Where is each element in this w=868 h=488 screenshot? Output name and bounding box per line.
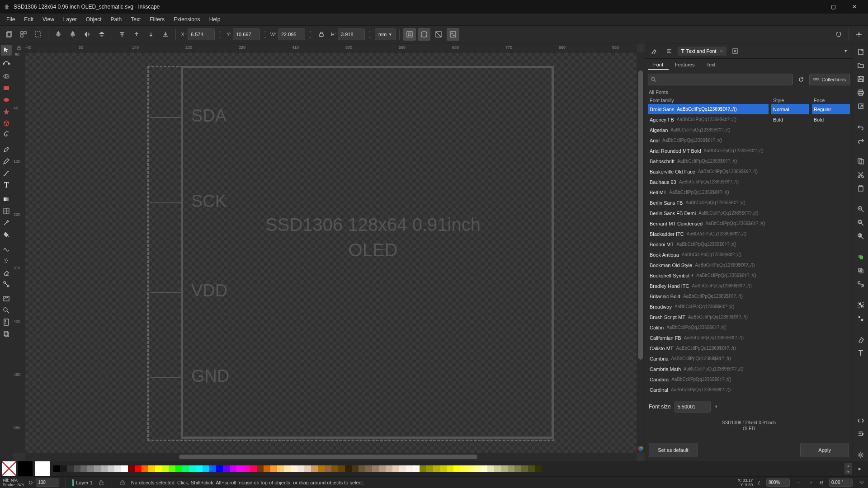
none-swatch[interactable] xyxy=(2,461,16,476)
color-swatch[interactable] xyxy=(223,465,230,472)
star-tool-icon[interactable] xyxy=(1,106,12,117)
connector-tool-icon[interactable] xyxy=(1,279,12,290)
x-input[interactable] xyxy=(188,28,215,40)
font-row[interactable]: Bookshelf Symbol 7AaBbCcIiPpQq12369$€¢?.… xyxy=(648,270,769,281)
font-row[interactable]: Californian FBAaBbCcIiPpQq12369$€¢?.;/() xyxy=(648,333,769,343)
layer-visibility-icon[interactable] xyxy=(72,479,74,486)
color-swatch[interactable] xyxy=(114,465,121,472)
h-plus[interactable]: + xyxy=(367,29,373,34)
dock-copy-icon[interactable] xyxy=(855,155,867,167)
dock-open-icon[interactable] xyxy=(855,60,867,71)
style-row[interactable]: Bold xyxy=(771,114,809,125)
color-swatch[interactable] xyxy=(460,465,467,472)
minimize-button[interactable]: ─ xyxy=(802,0,823,14)
y-minus[interactable]: − xyxy=(262,34,268,40)
color-swatch[interactable] xyxy=(203,465,209,472)
canvas[interactable]: SDA SCK VDD GND SSD1306 128x64 0.91inchO… xyxy=(25,52,637,453)
color-swatch[interactable] xyxy=(80,465,87,472)
menu-layer[interactable]: Layer xyxy=(59,14,81,24)
color-swatch[interactable] xyxy=(74,465,80,472)
scrollbar-vertical[interactable] xyxy=(637,52,645,453)
color-swatch[interactable] xyxy=(175,465,182,472)
shape-builder-icon[interactable] xyxy=(1,71,12,82)
tab-fill-stroke[interactable] xyxy=(647,46,660,56)
dock-print-icon[interactable] xyxy=(855,87,867,99)
dock-export-icon[interactable] xyxy=(855,100,867,112)
font-row[interactable]: Agency FBAaBbCcIiPpQq12369$€¢?.;/() xyxy=(648,114,769,125)
h-minus[interactable]: − xyxy=(367,34,373,40)
menu-text[interactable]: Text xyxy=(126,14,145,24)
ruler-horizontal[interactable]: -40501402303204105005906807708609501040 xyxy=(25,43,637,52)
color-swatch[interactable] xyxy=(365,465,372,472)
dock-selectors-icon[interactable] xyxy=(855,428,867,440)
font-row[interactable]: Calisto MTAaBbCcIiPpQq12369$€¢?.;/() xyxy=(648,343,769,353)
rotate-ccw-icon[interactable] xyxy=(52,28,65,41)
mesh-tool-icon[interactable] xyxy=(1,206,12,216)
font-row[interactable]: CandaraAaBbCcIiPpQq12369$€¢?.;/() xyxy=(648,374,769,385)
dropper-tool-icon[interactable] xyxy=(1,217,12,228)
color-swatch[interactable] xyxy=(196,465,203,472)
palette-scroll-up-icon[interactable]: ▴ xyxy=(844,463,852,469)
zoom-plus-icon[interactable]: + xyxy=(807,479,815,487)
color-swatch[interactable] xyxy=(148,465,155,472)
font-row[interactable]: Bodoni MTAaBbCcIiPpQq12369$€¢?.;/() xyxy=(648,239,769,249)
ruler-lock-icon[interactable] xyxy=(13,43,25,52)
dock-group-icon[interactable] xyxy=(855,299,867,311)
scale-corners-icon[interactable] xyxy=(418,28,430,41)
color-swatch[interactable] xyxy=(494,465,501,472)
color-swatch[interactable] xyxy=(474,465,481,472)
color-swatch[interactable] xyxy=(284,465,291,472)
font-row[interactable]: CardinalAaBbCcIiPpQq12369$€¢?.;/() xyxy=(648,385,769,395)
dock-fill-stroke-icon[interactable] xyxy=(855,333,867,345)
color-swatch[interactable] xyxy=(101,465,108,472)
color-swatch[interactable] xyxy=(53,465,60,472)
pages-tool-icon[interactable] xyxy=(1,328,12,339)
pen-tool-icon[interactable] xyxy=(1,144,12,155)
face-row[interactable]: Regular xyxy=(812,104,850,114)
color-swatch[interactable] xyxy=(121,465,128,472)
font-size-chevron-icon[interactable]: ▼ xyxy=(714,404,718,409)
color-swatch[interactable] xyxy=(87,465,94,472)
color-swatch[interactable] xyxy=(318,465,325,472)
lock-icon[interactable] xyxy=(315,28,328,41)
move-gradients-icon[interactable] xyxy=(432,28,445,41)
color-swatch[interactable] xyxy=(142,465,148,472)
color-swatch[interactable] xyxy=(169,465,175,472)
box3d-tool-icon[interactable] xyxy=(1,118,12,129)
menu-object[interactable]: Object xyxy=(81,14,106,24)
eraser-tool-icon[interactable] xyxy=(1,267,12,278)
color-swatch[interactable] xyxy=(338,465,345,472)
face-row[interactable]: Bold xyxy=(812,114,850,125)
font-search-input[interactable] xyxy=(648,74,793,85)
color-swatch[interactable] xyxy=(501,465,508,472)
menu-file[interactable]: File xyxy=(2,14,19,24)
menu-view[interactable]: View xyxy=(38,14,59,24)
color-swatch[interactable] xyxy=(447,465,453,472)
zoom-minus-icon[interactable]: − xyxy=(794,479,802,487)
dock-prefs-icon[interactable] xyxy=(855,449,867,461)
color-swatch[interactable] xyxy=(420,465,426,472)
collections-button[interactable]: Collections xyxy=(809,74,850,85)
palette-scroll-down-icon[interactable]: ▾ xyxy=(844,469,852,474)
measure-tool-icon[interactable] xyxy=(1,317,12,328)
dock-new-icon[interactable] xyxy=(855,46,867,58)
color-swatch[interactable] xyxy=(392,465,399,472)
color-swatch[interactable] xyxy=(216,465,223,472)
color-swatch[interactable] xyxy=(135,465,142,472)
color-swatch[interactable] xyxy=(528,465,535,472)
color-swatch[interactable] xyxy=(162,465,169,472)
font-row[interactable]: Brush Script MTAaBbCcIiPpQq12369$€¢?.;/(… xyxy=(648,312,769,322)
scale-stroke-icon[interactable] xyxy=(403,28,416,41)
color-swatch[interactable] xyxy=(426,465,433,472)
font-row[interactable]: Cambria MathAaBbCcIiPpQq12369$€¢?.;/() xyxy=(648,364,769,374)
bucket-tool-icon[interactable] xyxy=(1,229,12,240)
color-swatch[interactable] xyxy=(433,465,440,472)
maximize-button[interactable]: ▢ xyxy=(823,0,844,14)
style-row[interactable]: Normal xyxy=(771,104,809,114)
status-lock-icon[interactable] xyxy=(118,479,127,487)
snap-icon[interactable] xyxy=(832,28,845,41)
w-minus[interactable]: − xyxy=(307,34,313,40)
color-swatch[interactable] xyxy=(379,465,386,472)
color-mode-icon[interactable] xyxy=(637,446,644,452)
color-swatch[interactable] xyxy=(128,465,135,472)
